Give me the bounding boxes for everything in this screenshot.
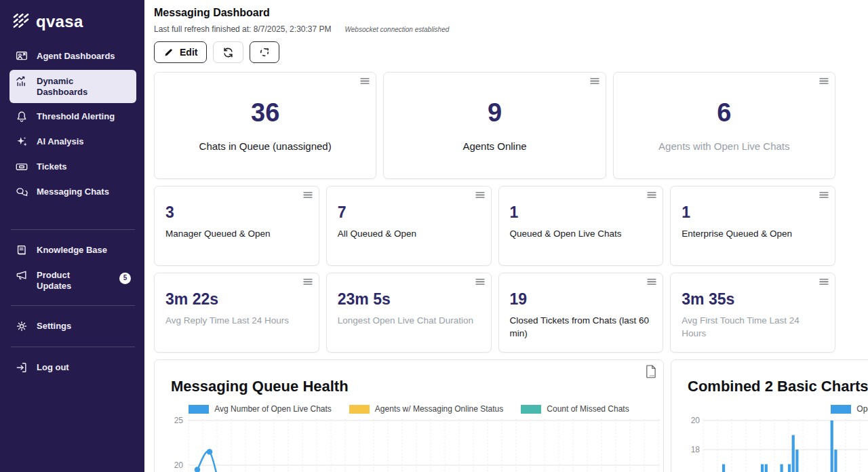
stat-value: 6 [717, 100, 731, 125]
svg-text:20: 20 [691, 416, 701, 425]
sidebar-item-label: Threshold Alerting [37, 110, 117, 122]
logout-icon [15, 361, 28, 374]
drag-handle-icon[interactable] [360, 77, 370, 85]
chart1-legend: Avg Number of Open Live ChatsAgents w/ M… [155, 404, 663, 414]
auto-refresh-icon [259, 47, 270, 58]
book-icon [15, 243, 28, 257]
legend-item[interactable]: Count of Missed Chats [521, 404, 629, 414]
page-title: Messaging Dashboard [154, 7, 868, 19]
legend-item[interactable]: Avg Number of Open Live Chats [189, 404, 332, 414]
bar-chart-canvas: 201816 [671, 415, 868, 472]
messaging-queue-health-chart-card: csv Messaging Queue Health Avg Number of… [154, 359, 664, 472]
qvasa-logo-icon [12, 12, 30, 31]
last-refresh-text: Last full refresh finished at: 8/7/2025,… [154, 24, 332, 34]
chart-title: Combined 2 Basic Charts [688, 378, 868, 395]
legend-item[interactable]: Open Live Chats [831, 404, 868, 414]
drag-handle-icon[interactable] [647, 191, 656, 199]
stat-card: 1Enterprise Queued & Open [670, 186, 835, 266]
legend-swatch [831, 405, 851, 414]
sidebar-item-label: Knowledge Base [37, 243, 117, 256]
sidebar: qvasa Agent DashboardsDynamic Dashboards… [0, 0, 144, 472]
bell-icon [15, 110, 28, 123]
notification-badge: 5 [119, 273, 131, 284]
sidebar-item-log-out[interactable]: Log out [9, 356, 136, 379]
stat-label: Queued & Open Live Chats [510, 228, 652, 241]
stat-card: 9Agents Online [383, 72, 606, 179]
stat-card: 6Agents with Open Live Chats [613, 72, 835, 179]
stat-label: Avg Reply Time Last 24 Hours [165, 315, 308, 328]
drag-handle-icon[interactable] [819, 278, 829, 286]
drag-handle-icon[interactable] [303, 191, 313, 199]
sidebar-item-product-updates[interactable]: Product Updates5 [9, 264, 136, 297]
legend-label: Open Live Chats [856, 404, 868, 414]
legend-label: Agents w/ Messaging Online Status [375, 404, 503, 414]
stat-value: 1 [682, 205, 824, 220]
sidebar-secondary: Knowledge BaseProduct Updates5SettingsLo… [9, 229, 136, 380]
stat-value: 3m 35s [682, 292, 824, 307]
edit-button[interactable]: Edit [154, 41, 207, 63]
stat-card: 3m 22sAvg Reply Time Last 24 Hours [154, 273, 319, 353]
dynamic-dashboards-icon [15, 75, 28, 88]
stat-label: Enterprise Queued & Open [682, 228, 824, 241]
legend-swatch [521, 405, 541, 414]
stat-value: 19 [510, 292, 652, 307]
stat-card: 36Chats in Queue (unassigned) [154, 72, 376, 179]
csv-export-icon[interactable]: csv [645, 364, 656, 378]
sidebar-divider [11, 229, 135, 230]
stat-label: Manager Queued & Open [165, 228, 308, 241]
drag-handle-icon[interactable] [819, 77, 829, 85]
stat-card: 3Manager Queued & Open [154, 186, 319, 266]
drag-handle-icon[interactable] [647, 278, 656, 286]
megaphone-icon [15, 269, 28, 282]
stat-value: 3 [165, 205, 308, 220]
stat-label: Avg First Touch Time Last 24 Hours [682, 315, 824, 340]
legend-swatch [189, 405, 209, 414]
auto-refresh-button[interactable] [250, 41, 279, 63]
combined-basic-charts-card: Combined 2 Basic Charts Open Live Chats … [671, 359, 868, 472]
drag-handle-icon[interactable] [475, 191, 485, 199]
refresh-status-row: Last full refresh finished at: 8/7/2025,… [154, 24, 868, 34]
sidebar-item-agent-dashboards[interactable]: Agent Dashboards [9, 45, 136, 68]
sidebar-spacer [9, 205, 136, 220]
sidebar-item-dynamic-dashboards[interactable]: Dynamic Dashboards [9, 70, 136, 103]
legend-label: Count of Missed Chats [547, 404, 629, 414]
sidebar-item-label: Agent Dashboards [37, 50, 117, 62]
sidebar-divider [11, 305, 135, 306]
svg-text:25: 25 [174, 416, 184, 425]
svg-text:18: 18 [691, 445, 701, 454]
sidebar-item-label: AI Analysis [37, 135, 117, 147]
legend-item[interactable]: Agents w/ Messaging Online Status [349, 404, 503, 414]
sidebar-item-settings[interactable]: Settings [9, 315, 136, 338]
chart-title: Messaging Queue Health [171, 378, 663, 395]
sidebar-item-knowledge-base[interactable]: Knowledge Base [9, 239, 136, 262]
sidebar-item-label: Log out [37, 361, 117, 373]
main-content: Messaging Dashboard Last full refresh fi… [144, 0, 868, 472]
drag-handle-icon[interactable] [590, 77, 599, 85]
stat-value: 9 [488, 100, 502, 125]
charts-row: csv Messaging Queue Health Avg Number of… [154, 359, 868, 472]
websocket-status-text: Websocket connection established [345, 26, 450, 33]
stat-cards-row-2: 3Manager Queued & Open7All Queued & Open… [154, 186, 835, 266]
sidebar-item-tickets[interactable]: Tickets [9, 155, 136, 178]
agent-dashboards-icon [15, 50, 28, 63]
dashboard-toolbar: Edit [154, 41, 868, 63]
stat-label: Longest Open Live Chat Duration [338, 315, 480, 328]
line-chart-canvas: 2520 [155, 415, 664, 472]
stat-cards-row-3: 3m 22sAvg Reply Time Last 24 Hours23m 5s… [154, 273, 835, 353]
stat-value: 7 [338, 205, 480, 220]
drag-handle-icon[interactable] [303, 278, 313, 286]
stat-value: 36 [251, 100, 279, 125]
sparkles-icon [15, 135, 28, 149]
drag-handle-icon[interactable] [819, 191, 829, 199]
stat-label: Closed Tickets from Chats (last 60 min) [510, 315, 652, 340]
sidebar-item-threshold-alerting[interactable]: Threshold Alerting [9, 105, 136, 128]
sidebar-item-label: Dynamic Dashboards [37, 75, 117, 98]
refresh-button[interactable] [213, 41, 243, 63]
sidebar-divider [11, 347, 135, 347]
logo[interactable]: qvasa [9, 11, 136, 45]
sidebar-item-messaging-chats[interactable]: Messaging Chats [9, 180, 136, 203]
stat-card: 19Closed Tickets from Chats (last 60 min… [498, 273, 664, 353]
sidebar-item-ai-analysis[interactable]: AI Analysis [9, 130, 136, 153]
stat-value: 23m 5s [338, 292, 480, 307]
drag-handle-icon[interactable] [475, 278, 485, 286]
